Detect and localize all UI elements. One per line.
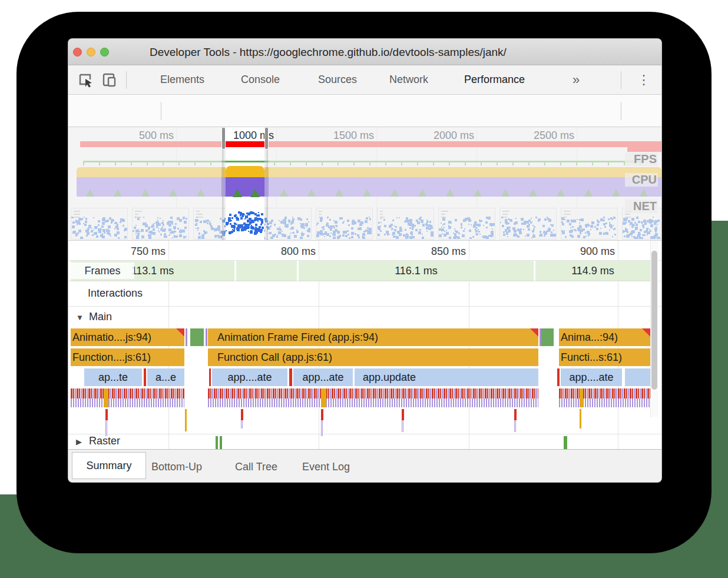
tab-console[interactable]: Console: [241, 65, 280, 94]
overview-ruler-label: 2000 ms: [421, 129, 474, 142]
expand-raster-icon[interactable]: ▶: [76, 437, 82, 446]
selection-window[interactable]: [226, 127, 264, 241]
micro-activity-band[interactable]: [559, 388, 650, 407]
flame-bar-clipped[interactable]: [625, 368, 650, 386]
activity-tick: [514, 409, 517, 420]
detail-ruler-label: 750 ms: [112, 245, 166, 258]
selection-right-edge: [267, 150, 267, 241]
flame-bar-animation-frame[interactable]: Anima...:94): [559, 328, 650, 346]
timeline-detail-pane[interactable]: 750 ms 800 ms 850 ms 900 ms 113.1 ms 116…: [68, 241, 661, 449]
tab-sources[interactable]: Sources: [318, 65, 357, 94]
tab-network[interactable]: Network: [389, 65, 428, 94]
bottom-tab-bar: Summary Bottom-Up Call Tree Event Log: [68, 449, 661, 483]
frame-segment[interactable]: 114.9 ms: [535, 261, 650, 281]
frame-segment[interactable]: [236, 261, 297, 281]
bar-label: app.update: [363, 371, 416, 383]
flame-bar-app-update[interactable]: ap...te: [84, 368, 142, 386]
activity-tick: [105, 409, 108, 420]
gc-triangle: [233, 189, 242, 197]
flame-bar-paint[interactable]: [541, 328, 554, 346]
kebab-menu-icon[interactable]: ⋮: [637, 71, 650, 89]
micro-activity-yellow: [321, 388, 326, 407]
gc-sliver: [557, 368, 560, 386]
flame-bar-app-update[interactable]: app....ate: [561, 368, 622, 386]
close-window-button[interactable]: [73, 48, 82, 57]
micro-activity-band[interactable]: [71, 388, 184, 407]
micro-activity-top: [208, 388, 538, 398]
flame-bar-function-call[interactable]: Function....js:61): [71, 348, 184, 366]
title-bar: Developer Tools - https://googlechrome.g…: [68, 39, 661, 65]
long-task-corner: [530, 328, 538, 337]
device-toolbar-icon[interactable]: [101, 72, 118, 88]
bottom-tab-event-log[interactable]: Event Log: [302, 452, 350, 483]
detail-ruler-label: 900 ms: [562, 245, 615, 258]
raster-track-label: Raster: [89, 435, 120, 447]
flame-bar-app-update[interactable]: app....ate: [212, 368, 287, 386]
interactions-track-label: Interactions: [88, 287, 143, 300]
flame-bar-app-update[interactable]: app.update: [355, 368, 538, 386]
flame-bar-function-call[interactable]: Functi...s:61): [559, 348, 650, 366]
fps-lane-label: FPS: [625, 152, 658, 166]
flame-bar-app-update[interactable]: a...e: [147, 368, 184, 386]
overview-ruler-label: 2500 ms: [521, 129, 574, 142]
tab-performance[interactable]: Performance: [464, 65, 525, 94]
flame-bar-paint[interactable]: [190, 328, 204, 346]
overview-ruler-label: 500 ms: [121, 129, 174, 142]
collapse-main-icon[interactable]: ▼: [76, 313, 84, 322]
paint-sliver: [206, 328, 207, 346]
gc-sliver: [144, 368, 146, 386]
bar-label: Functi...s:61): [561, 351, 622, 363]
bottom-tab-bottom-up[interactable]: Bottom-Up: [151, 452, 202, 483]
selection-left-handle[interactable]: [221, 127, 226, 150]
flame-bar-animation-frame[interactable]: Animation Frame Fired (app.js:94): [208, 328, 538, 346]
flame-bar-app-update[interactable]: app...ate: [293, 368, 353, 386]
bottom-tab-summary[interactable]: Summary: [72, 452, 146, 479]
long-task-corner: [642, 328, 650, 337]
toolbar-separator-right: [621, 102, 621, 120]
tabbar-separator-right: [621, 71, 621, 89]
vertical-scrollbar-thumb[interactable]: [651, 251, 657, 390]
timeline-overview[interactable]: 500 ms 1000 ms 1500 ms 2000 ms 2500 ms F…: [68, 127, 661, 241]
bottom-tab-call-tree[interactable]: Call Tree: [235, 452, 277, 483]
selection-right-handle[interactable]: [264, 127, 269, 150]
bar-label: ap...te: [98, 371, 128, 383]
net-lane-label: NET: [625, 200, 658, 213]
bar-label: Anima...:94): [561, 331, 618, 343]
tab-elements[interactable]: Elements: [160, 65, 204, 94]
micro-activity-band[interactable]: [208, 388, 538, 407]
paint-sliver: [186, 328, 187, 346]
micro-activity-bottom: [71, 398, 184, 407]
flame-bar-animation-frame[interactable]: Animatio....js:94): [71, 328, 184, 346]
minimize-window-button[interactable]: [87, 48, 95, 57]
activity-tick: [402, 409, 404, 420]
micro-activity-top: [71, 388, 184, 398]
micro-activity-yellow: [104, 388, 108, 407]
selection-fps-segment: [226, 161, 264, 162]
selection-long-task-segment: [226, 141, 264, 147]
selection-screenshot: [226, 209, 264, 238]
bar-label: Animatio....js:94): [72, 331, 151, 343]
micro-activity-yellow: [580, 388, 583, 407]
activity-tick: [321, 420, 323, 436]
frames-divider: [68, 281, 661, 281]
devtools-tab-bar: Elements Console Sources Network Perform…: [68, 65, 661, 95]
paint-sliver: [540, 328, 541, 346]
activity-tick: [241, 420, 243, 428]
raster-activity-bar: [216, 436, 218, 449]
activity-tick: [105, 420, 108, 436]
bar-label: Function....js:61): [72, 351, 151, 363]
more-tabs-chevron[interactable]: »: [573, 65, 580, 94]
frame-segment[interactable]: 116.1 ms: [299, 261, 534, 281]
zoom-window-button[interactable]: [100, 48, 109, 57]
main-track-divider: [68, 434, 661, 434]
activity-tick: [580, 409, 581, 428]
micro-activity-bottom: [208, 398, 538, 407]
activity-tick: [185, 409, 187, 431]
activity-tick: [241, 409, 243, 420]
flame-bar-function-call[interactable]: Function Call (app.js:61): [208, 348, 538, 366]
overview-dim-right: [269, 127, 661, 241]
tabbar-separator: [126, 71, 127, 89]
overview-ruler-label: 1500 ms: [321, 129, 374, 142]
inspect-element-icon[interactable]: [78, 72, 94, 88]
bar-label: app....ate: [227, 371, 272, 383]
